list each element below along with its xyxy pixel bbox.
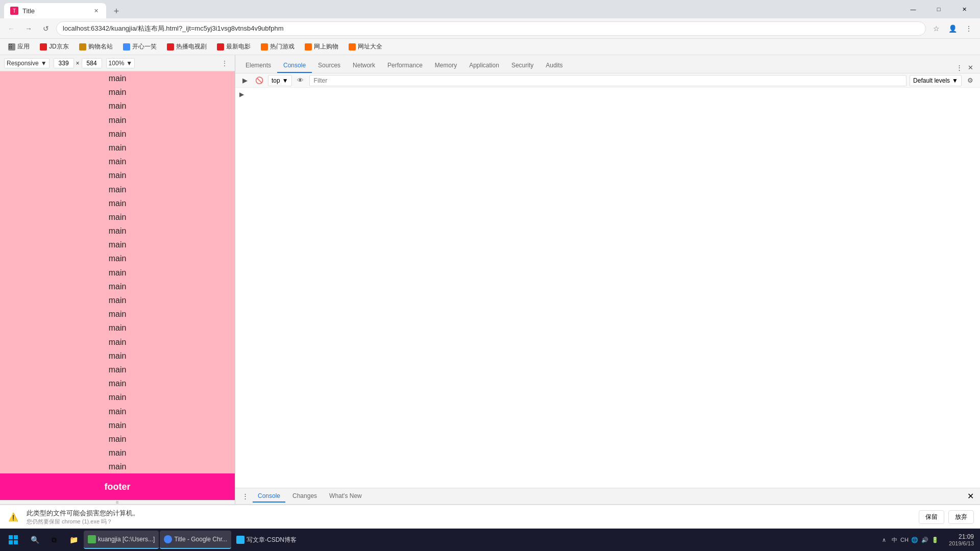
console-expand-icon[interactable]: ▶ (239, 75, 251, 86)
footer-text: footer (105, 482, 131, 492)
bottom-tab-console[interactable]: Console (253, 490, 285, 503)
close-window-button[interactable]: ✕ (952, 1, 976, 17)
input-method-icon[interactable]: 中 (890, 535, 899, 544)
maximize-button[interactable]: □ (927, 1, 950, 17)
tab-performance[interactable]: Performance (381, 59, 429, 73)
main-text-item: main (0, 238, 235, 252)
new-tab-button[interactable]: + (109, 4, 124, 18)
menu-icon[interactable]: ⋮ (962, 21, 976, 36)
volume-icon[interactable]: 🔊 (920, 535, 929, 544)
width-input[interactable] (54, 58, 74, 68)
eye-icon[interactable]: 👁 (295, 75, 306, 86)
main-text-item: main (0, 252, 235, 265)
drag-handle[interactable]: ≡ (0, 500, 235, 504)
main-text-item: main (0, 266, 235, 280)
bookmark-movie-label: 最新电影 (226, 42, 251, 51)
console-filter-input[interactable] (309, 75, 906, 86)
app-label: kuangjia [C:\Users...] (98, 536, 155, 543)
svg-rect-1 (14, 535, 18, 539)
file-explorer-icon[interactable]: 📁 (64, 531, 83, 549)
main-text-item: main (0, 99, 235, 113)
responsive-toolbar: Responsive ▼ × 100% ▼ ⋮ (0, 55, 235, 71)
devtools-close-icon[interactable]: ✕ (965, 62, 976, 73)
forward-button[interactable]: → (21, 21, 36, 36)
window-controls: — □ ✕ (901, 1, 976, 17)
minimize-button[interactable]: — (901, 1, 925, 17)
profile-icon[interactable]: 👤 (945, 21, 960, 36)
taskbar-app-chrome[interactable]: Title - Google Chr... (160, 531, 231, 549)
system-tray: ∧ 中 CH 🌐 🔊 🔋 (875, 535, 944, 544)
tv-icon (167, 43, 174, 51)
windows-icon (9, 535, 18, 544)
apps-icon: ⠿ (8, 43, 15, 51)
taskbar-app-kuangjia[interactable]: kuangjia [C:\Users...] (84, 531, 159, 549)
tab-elements[interactable]: Elements (239, 59, 277, 73)
tab-sources[interactable]: Sources (312, 59, 347, 73)
bookmark-movie[interactable]: 最新电影 (213, 41, 255, 52)
bottom-bar-close-icon[interactable]: ✕ (965, 491, 976, 502)
chevron-up-icon[interactable]: ∧ (879, 535, 889, 544)
start-button[interactable] (2, 529, 24, 551)
warning-icon: ⚠️ (6, 510, 20, 524)
context-select[interactable]: top ▼ (268, 75, 292, 86)
bookmark-jd[interactable]: JD京东 (36, 41, 73, 52)
taskbar-app-csdn[interactable]: 写文章-CSDN博客 (232, 531, 301, 549)
bookmark-apps[interactable]: ⠿ 应用 (4, 41, 34, 52)
download-bar: ⚠️ 此类型的文件可能会损害您的计算机。 您仍然要保留 chrome (1).e… (0, 504, 980, 529)
tab-console[interactable]: Console (277, 59, 312, 73)
browser-tab-active[interactable]: T Title ✕ (4, 3, 106, 18)
search-taskbar-icon[interactable]: 🔍 (26, 531, 44, 549)
tab-application[interactable]: Application (463, 59, 505, 73)
bookmark-urls[interactable]: 网址大全 (345, 41, 386, 52)
back-button[interactable]: ← (4, 21, 18, 36)
bookmark-shopping[interactable]: 购物名站 (75, 41, 117, 52)
network-icon[interactable]: 🌐 (910, 535, 919, 544)
devtools-console-body[interactable]: ▶ (235, 88, 980, 488)
lang-icon[interactable]: CH (900, 535, 909, 544)
keep-button[interactable]: 保留 (919, 510, 944, 524)
bottom-tab-whatsnew[interactable]: What's New (324, 490, 367, 503)
devtools-tabs: Elements Console Sources Network Perform… (235, 55, 980, 73)
bookmark-games[interactable]: 热门游戏 (257, 41, 299, 52)
taskview-icon[interactable]: ⧉ (45, 531, 63, 549)
bottom-tab-changes[interactable]: Changes (287, 490, 322, 503)
levels-select[interactable]: Default levels ▼ (910, 75, 962, 86)
taskbar-clock[interactable]: 21:09 2019/6/13 (945, 533, 978, 546)
address-bar[interactable]: localhost:63342/kuangjia/粘连布局.html?_ijt=… (56, 21, 926, 36)
responsive-select[interactable]: Responsive ▼ (4, 58, 50, 68)
main-text-item: main (0, 307, 235, 321)
main-text-item: main (0, 113, 235, 127)
csdn-icon (236, 536, 244, 544)
devtools-bottom-bar: ⋮ Console Changes What's New ✕ (235, 488, 980, 504)
bottom-more-icon[interactable]: ⋮ (239, 491, 251, 502)
height-input[interactable] (82, 58, 102, 68)
tab-close-button[interactable]: ✕ (92, 7, 100, 15)
chrome-label: Title - Google Chr... (174, 536, 227, 543)
console-clear-icon[interactable]: 🚫 (254, 75, 265, 86)
bookmark-onlineshopping[interactable]: 网上购物 (301, 41, 342, 52)
discard-button[interactable]: 放弃 (948, 510, 974, 524)
refresh-button[interactable]: ↺ (39, 21, 53, 36)
bookmark-tv[interactable]: 热播电视剧 (163, 41, 211, 52)
battery-icon[interactable]: 🔋 (930, 535, 940, 544)
main-text-item: main (0, 321, 235, 335)
toolbar-more-button[interactable]: ⋮ (218, 57, 231, 69)
zoom-select[interactable]: 100% ▼ (106, 58, 135, 68)
svg-rect-0 (9, 535, 13, 539)
main-text-item: main (0, 141, 235, 155)
console-settings-icon[interactable]: ⚙ (965, 75, 976, 86)
main-text-item: main (0, 183, 235, 196)
tab-favicon: T (10, 7, 18, 15)
devtools-more-icon[interactable]: ⋮ (953, 62, 965, 73)
tab-security[interactable]: Security (505, 59, 540, 73)
responsive-arrow: ▼ (41, 60, 47, 67)
tab-network[interactable]: Network (347, 59, 381, 73)
bookmark-icon[interactable]: ☆ (929, 21, 943, 36)
page-content[interactable]: mainmainmainmainmainmainmainmainmainmain… (0, 71, 235, 500)
tab-memory[interactable]: Memory (429, 59, 463, 73)
bookmark-kaixin[interactable]: 开心一笑 (119, 41, 161, 52)
responsive-label: Responsive (7, 60, 39, 67)
split-horizontal: Responsive ▼ × 100% ▼ ⋮ (0, 55, 980, 504)
tab-audits[interactable]: Audits (540, 59, 569, 73)
app-icon (88, 535, 96, 543)
